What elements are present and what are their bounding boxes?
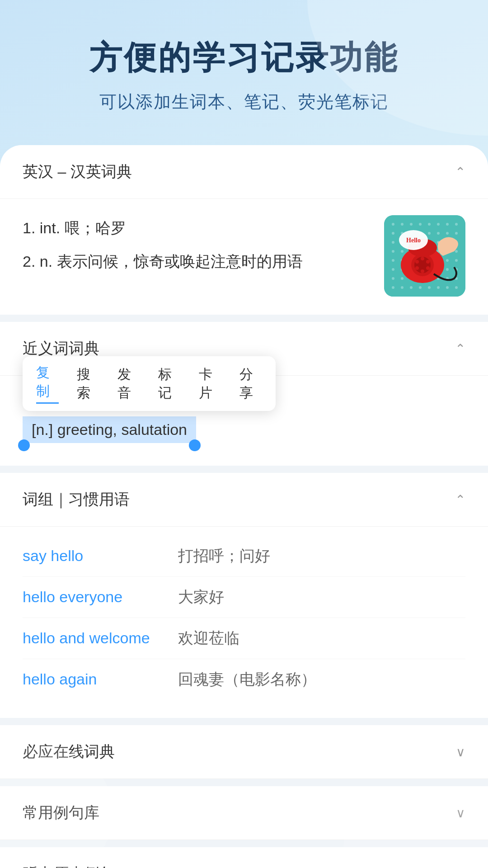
phrase-item-2[interactable]: hello everyone 大家好 xyxy=(23,577,465,618)
tingli-section: 听力原声例句 + xyxy=(0,847,488,868)
phrase-item-1[interactable]: say hello 打招呼；问好 xyxy=(23,536,465,577)
main-card: 英汉 – 汉英词典 ⌃ 1. int. 喂；哈罗 2. n. 表示问候，惊奇或唤… xyxy=(0,145,488,868)
context-menu: 复制 搜索 发音 标记 卡片 分享 xyxy=(23,356,276,411)
tingli-title: 听力原声例句 xyxy=(23,863,115,868)
svg-point-13 xyxy=(428,232,431,235)
definition-2: 2. n. 表示问候，惊奇或唤起注意时的用语 xyxy=(23,249,371,275)
phrase-zh-4: 回魂妻（电影名称） xyxy=(178,669,316,690)
english-chinese-header[interactable]: 英汉 – 汉英词典 ⌃ xyxy=(0,145,488,199)
def-num-1: 1. xyxy=(23,219,40,236)
chevron-up-icon-ec: ⌃ xyxy=(455,165,465,179)
svg-point-39 xyxy=(446,259,449,262)
phrases-title: 词组｜习惯用语 xyxy=(23,489,130,510)
tingli-header[interactable]: 听力原声例句 + xyxy=(0,847,488,868)
context-menu-mark[interactable]: 标记 xyxy=(158,365,181,402)
svg-point-1 xyxy=(392,223,394,226)
svg-point-41 xyxy=(392,268,394,271)
biying-title: 必应在线词典 xyxy=(23,741,115,762)
svg-point-17 xyxy=(392,241,394,244)
svg-point-50 xyxy=(401,277,404,280)
svg-point-9 xyxy=(392,232,394,235)
english-chinese-title: 英汉 – 汉英词典 xyxy=(23,161,132,182)
biying-header[interactable]: 必应在线词典 ∨ xyxy=(0,725,488,779)
svg-point-57 xyxy=(392,286,394,289)
header-subtitle: 可以添加生词本、笔记、荧光笔标记 xyxy=(27,90,461,113)
svg-point-6 xyxy=(437,223,440,226)
context-menu-copy[interactable]: 复制 xyxy=(36,363,59,404)
svg-point-15 xyxy=(446,232,449,235)
def-text-1: int. 喂；哈罗 xyxy=(40,219,126,236)
def-num-2: 2. xyxy=(23,253,40,270)
svg-point-8 xyxy=(455,223,458,226)
svg-point-25 xyxy=(392,250,394,253)
phrases-header[interactable]: 词组｜习惯用语 ⌃ xyxy=(0,473,488,527)
svg-point-7 xyxy=(446,223,449,226)
svg-point-74 xyxy=(415,260,419,264)
plus-icon-tingli[interactable]: + xyxy=(455,864,465,868)
english-chinese-section: 英汉 – 汉英词典 ⌃ 1. int. 喂；哈罗 2. n. 表示问候，惊奇或唤… xyxy=(0,145,488,315)
phrase-zh-1: 打招呼；问好 xyxy=(178,546,270,566)
synonyms-section: 近义词词典 ⌃ 复制 搜索 发音 标记 卡片 分享 [n.] greeting,… xyxy=(0,322,488,466)
phrase-en-2: hello everyone xyxy=(23,588,167,606)
synonyms-content: [n.] greeting, salutation xyxy=(0,407,488,466)
chevron-down-icon-changyong: ∨ xyxy=(456,806,465,821)
chevron-up-icon-phrases: ⌃ xyxy=(455,492,465,507)
phrase-zh-2: 大家好 xyxy=(178,587,224,608)
phrase-en-3: hello and welcome xyxy=(23,629,167,647)
svg-point-2 xyxy=(401,223,404,226)
phrases-content: say hello 打招呼；问好 hello everyone 大家好 hell… xyxy=(0,527,488,718)
header: 方便的学习记录功能 可以添加生词本、笔记、荧光笔标记 xyxy=(0,0,488,136)
dict-definitions: 1. int. 喂；哈罗 2. n. 表示问候，惊奇或唤起注意时的用语 xyxy=(23,215,371,282)
svg-point-72 xyxy=(421,269,424,273)
context-menu-search[interactable]: 搜索 xyxy=(77,365,99,402)
biying-section: 必应在线词典 ∨ xyxy=(0,725,488,779)
svg-point-26 xyxy=(401,250,404,253)
svg-point-69 xyxy=(421,257,424,260)
highlighted-text: [n.] greeting, salutation xyxy=(23,416,196,443)
svg-point-70 xyxy=(426,260,430,264)
svg-point-60 xyxy=(419,286,422,289)
def-text-2: n. 表示问候，惊奇或唤起注意时的用语 xyxy=(40,253,303,270)
svg-point-16 xyxy=(455,232,458,235)
chevron-up-icon-syn: ⌃ xyxy=(455,341,465,356)
phrase-item-4[interactable]: hello again 回魂妻（电影名称） xyxy=(23,659,465,700)
svg-text:Hello: Hello xyxy=(406,237,421,244)
phrase-en-1: say hello xyxy=(23,547,167,565)
svg-point-4 xyxy=(419,223,422,226)
svg-point-5 xyxy=(428,223,431,226)
context-menu-card[interactable]: 卡片 xyxy=(199,365,221,402)
svg-point-58 xyxy=(401,286,404,289)
svg-point-71 xyxy=(426,266,430,270)
svg-point-33 xyxy=(392,259,394,262)
svg-point-61 xyxy=(428,286,431,289)
selection-handle-left xyxy=(18,439,30,451)
phrase-en-4: hello again xyxy=(23,670,167,688)
changyong-header[interactable]: 常用例句库 ∨ xyxy=(0,786,488,840)
svg-point-47 xyxy=(446,268,449,271)
phrase-item-3[interactable]: hello and welcome 欢迎莅临 xyxy=(23,618,465,659)
header-title: 方便的学习记录功能 xyxy=(27,36,461,80)
phrases-section: 词组｜习惯用语 ⌃ say hello 打招呼；问好 hello everyon… xyxy=(0,473,488,718)
svg-point-3 xyxy=(410,223,413,226)
selection-handle-right xyxy=(189,439,201,451)
svg-point-59 xyxy=(410,286,413,289)
phrase-zh-3: 欢迎莅临 xyxy=(178,628,239,649)
changyong-title: 常用例句库 xyxy=(23,802,99,823)
english-chinese-content: 1. int. 喂；哈罗 2. n. 表示问候，惊奇或唤起注意时的用语 xyxy=(0,199,488,315)
svg-point-62 xyxy=(437,286,440,289)
svg-point-49 xyxy=(392,277,394,280)
svg-point-73 xyxy=(415,266,419,270)
svg-point-14 xyxy=(437,232,440,235)
highlighted-text-container: [n.] greeting, salutation xyxy=(23,416,196,443)
changyong-section: 常用例句库 ∨ xyxy=(0,786,488,840)
context-menu-pronounce[interactable]: 发音 xyxy=(117,365,140,402)
definition-1: 1. int. 喂；哈罗 xyxy=(23,215,371,241)
hello-illustration: Hello xyxy=(384,215,465,297)
svg-point-32 xyxy=(455,250,458,253)
svg-point-40 xyxy=(455,259,458,262)
svg-point-64 xyxy=(455,286,458,289)
context-menu-share[interactable]: 分享 xyxy=(239,365,262,402)
svg-point-63 xyxy=(446,286,449,289)
chevron-down-icon-biying: ∨ xyxy=(456,745,465,760)
